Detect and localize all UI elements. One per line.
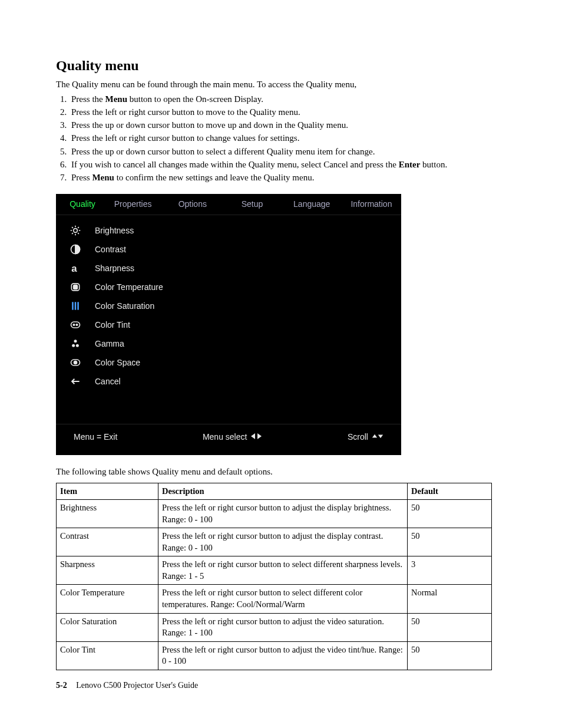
page-title: Quality menu	[56, 56, 503, 75]
cancel-icon	[56, 375, 95, 387]
color-space-icon	[56, 357, 95, 368]
osd-item-label: Color Space	[95, 357, 140, 368]
svg-point-15	[74, 361, 77, 364]
gamma-icon	[56, 338, 95, 350]
table-row: Color SaturationPress the left or right …	[57, 613, 492, 641]
steps-list: Press the Menu button to open the On-scr…	[56, 93, 503, 184]
color-temperature-icon	[56, 281, 95, 293]
svg-point-0	[74, 229, 78, 233]
book-title: Lenovo C500 Projector User's Guide	[76, 681, 198, 690]
page-footer: 5-2 Lenovo C500 Projector User's Guide	[56, 680, 198, 691]
svg-rect-5	[72, 302, 74, 310]
svg-rect-8	[71, 322, 80, 328]
svg-marker-17	[257, 433, 262, 439]
osd-item-label: Contrast	[95, 244, 126, 255]
osd-item-color-space[interactable]: Color Space	[56, 353, 401, 372]
osd-footer-select: Menu select	[203, 431, 262, 443]
contrast-icon	[56, 243, 95, 255]
svg-marker-19	[378, 434, 383, 438]
osd-item-brightness[interactable]: Brightness	[56, 221, 401, 240]
osd-item-label: Sharpness	[95, 263, 134, 274]
intro-text: The Quality menu can be found through th…	[56, 78, 503, 90]
svg-point-10	[76, 324, 78, 326]
table-row: BrightnessPress the left or right cursor…	[57, 500, 492, 528]
svg-rect-4	[74, 285, 78, 289]
osd-item-color-saturation[interactable]: Color Saturation	[56, 297, 401, 315]
osd-item-list: Brightness Contrast a Sharpness Color Te…	[56, 215, 401, 421]
th-default: Default	[408, 483, 492, 500]
table-caption: The following table shows Quality menu a…	[56, 466, 503, 477]
table-row: ContrastPress the left or right cursor b…	[57, 528, 492, 556]
color-saturation-icon	[56, 300, 95, 312]
osd-item-cancel[interactable]: Cancel	[56, 372, 401, 391]
table-row: Color TemperaturePress the left or right…	[57, 585, 492, 613]
th-item: Item	[57, 483, 158, 500]
osd-footer-exit: Menu = Exit	[74, 431, 117, 443]
osd-screenshot: Quality Properties Options Setup Languag…	[56, 194, 401, 455]
svg-rect-6	[75, 302, 77, 310]
tab-language[interactable]: Language	[282, 194, 342, 215]
svg-point-13	[74, 340, 77, 343]
svg-rect-7	[77, 302, 79, 310]
osd-item-color-tint[interactable]: Color Tint	[56, 315, 401, 334]
tab-setup[interactable]: Setup	[222, 194, 282, 215]
tab-quality[interactable]: Quality	[56, 194, 103, 215]
svg-point-9	[73, 324, 75, 326]
sharpness-icon: a	[56, 262, 95, 274]
svg-point-12	[76, 344, 79, 347]
tab-options[interactable]: Options	[163, 194, 222, 215]
osd-item-label: Color Temperature	[95, 282, 163, 293]
osd-item-color-temperature[interactable]: Color Temperature	[56, 278, 401, 297]
options-table: Item Description Default BrightnessPress…	[56, 483, 492, 670]
tab-properties[interactable]: Properties	[103, 194, 163, 215]
table-row: SharpnessPress the left or right cursor …	[57, 556, 492, 585]
svg-point-11	[72, 344, 75, 347]
osd-item-label: Color Tint	[95, 319, 130, 331]
osd-item-label: Cancel	[95, 376, 121, 387]
page-number: 5-2	[56, 681, 67, 690]
osd-item-label: Color Saturation	[95, 301, 154, 312]
osd-tab-bar: Quality Properties Options Setup Languag…	[56, 194, 401, 215]
svg-marker-18	[372, 434, 377, 437]
brightness-icon	[56, 225, 95, 236]
th-description: Description	[158, 483, 408, 500]
osd-item-label: Gamma	[95, 338, 124, 350]
osd-item-contrast[interactable]: Contrast	[56, 240, 401, 259]
osd-item-sharpness[interactable]: a Sharpness	[56, 259, 401, 278]
svg-text:a: a	[71, 263, 77, 274]
svg-marker-16	[251, 433, 255, 439]
tab-information[interactable]: Information	[342, 194, 401, 215]
left-right-arrows-icon	[250, 431, 262, 443]
osd-item-gamma[interactable]: Gamma	[56, 334, 401, 353]
up-down-arrows-icon	[372, 431, 384, 443]
osd-footer-scroll: Scroll	[348, 431, 384, 443]
table-row: Color TintPress the left or right cursor…	[57, 641, 492, 670]
osd-footer: Menu = Exit Menu select Scroll	[56, 424, 401, 455]
osd-item-label: Brightness	[95, 225, 134, 236]
color-tint-icon	[56, 319, 95, 331]
